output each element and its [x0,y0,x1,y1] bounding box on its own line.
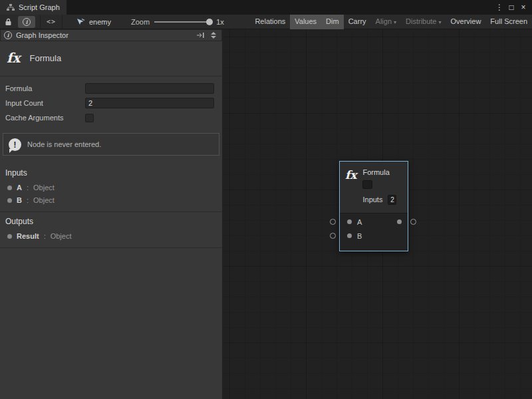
formula-node-icon: fx [345,170,356,205]
formula-node-input-count[interactable]: 2 [388,195,396,205]
tab-bar: Script Graph ⋮ □ × [0,0,532,15]
dock-panel-icon[interactable] [196,32,205,39]
formula-node-inputs-row: Inputs 2 [362,194,396,205]
input-count-label: Input Count [5,99,85,107]
toolbar-button-values[interactable]: Values [290,15,321,29]
window-maximize-icon[interactable]: □ [506,1,517,14]
inspector-node-title: Formula [30,53,62,63]
graph-canvas[interactable]: fx Formula Inputs 2 A [223,29,532,399]
toolbar-button-overview[interactable]: Overview [446,15,486,29]
graph-inspector-panel: i Graph Inspector fx Formula Formula I [0,29,223,399]
scroll-up-icon[interactable] [211,32,216,35]
toolbar-button-carry[interactable]: Carry [344,15,371,29]
tab-title: Script Graph [19,3,60,11]
input-count-field-row: Input Count [5,97,214,109]
input-count-input[interactable] [85,98,214,108]
formula-node[interactable]: fx Formula Inputs 2 A [339,161,408,251]
warning-text: Node is never entered. [27,140,101,148]
window-close-icon[interactable]: × [518,1,529,14]
formula-type-icon: fx [7,50,21,66]
code-icon: <> [47,18,56,25]
inspector-toggle-button[interactable]: i [18,16,35,28]
port-type: Object [33,196,55,204]
node-port-row-b: B [340,229,408,243]
external-port-b[interactable] [330,233,336,239]
external-port-result[interactable] [410,219,416,225]
port-dot-icon [7,186,12,190]
lock-icon [5,18,12,26]
toolbar-separator [40,15,41,29]
port-separator: : [27,196,29,204]
formula-field-input[interactable] [85,83,214,94]
port-separator: : [27,184,29,192]
lock-button[interactable] [0,15,16,29]
info-icon: i [4,31,12,39]
toolbar-button-distribute[interactable]: Distribute▾ [401,15,446,29]
port-dot-icon [7,198,12,203]
inspector-header: i Graph Inspector [0,29,222,41]
node-port-row-a: A [340,215,408,229]
graph-pointer-icon [76,18,85,26]
window-menu-icon[interactable]: ⋮ [494,1,505,14]
distribute-label: Distribute [406,17,436,25]
zoom-slider[interactable] [154,18,211,26]
chevron-down-icon: ▾ [439,19,442,25]
port-name: A [17,184,22,192]
align-label: Align [376,17,392,25]
tab-script-graph[interactable]: Script Graph [0,0,66,15]
warning-icon: ! [9,138,21,151]
toolbar-button-align[interactable]: Align▾ [371,15,401,29]
formula-node-formula-input[interactable] [362,180,372,189]
formula-node-body: A B [340,213,408,251]
port-dot-icon [7,234,12,239]
port-name: B [17,196,22,204]
toolbar-separator [62,15,63,29]
zoom-slider-track [154,21,209,23]
formula-field-label: Formula [5,84,85,92]
port-type: Object [51,232,72,240]
toolbar-button-relations[interactable]: Relations [250,15,290,29]
cache-arguments-checkbox[interactable] [85,114,94,122]
port-b-label: B [357,232,362,240]
formula-node-title: Formula [362,168,396,177]
node-header: fx Formula [0,41,222,76]
graph-name-label: enemy [89,18,111,26]
port-b-dot[interactable] [347,233,352,238]
port-a-dot[interactable] [347,219,352,224]
code-view-button[interactable]: <> [43,15,59,29]
toolbar-button-dim[interactable]: Dim [321,15,344,29]
port-type: Object [33,184,55,192]
port-a-label: A [357,218,362,226]
inspector-title: Graph Inspector [16,31,68,39]
graph-breadcrumb[interactable]: enemy [76,18,111,26]
scroll-down-icon[interactable] [211,36,216,39]
output-port-row-result: Result : Object [0,230,222,243]
port-name: Result [17,232,39,240]
graph-toolbar: i <> enemy Zoom 1x Relations Values Dim … [0,15,532,29]
toolbar-buttons: Relations Values Dim Carry Align▾ Distri… [250,15,532,29]
zoom-label: Zoom [131,18,150,26]
unity-script-graph-window: Script Graph ⋮ □ × i <> enemy [0,0,532,399]
port-result-dot[interactable] [397,219,402,224]
scroll-arrows[interactable] [209,32,218,39]
divider [0,247,222,248]
script-graph-icon [7,4,15,11]
inputs-heading: Inputs [0,164,222,182]
zoom-value: 1x [216,18,224,26]
formula-node-inputs-label: Inputs [362,196,382,203]
info-icon: i [23,18,31,26]
inspector-fields: Formula Input Count Cache Arguments [0,76,222,128]
outputs-heading: Outputs [0,212,222,230]
formula-node-header: fx Formula Inputs 2 [340,162,408,213]
port-separator: : [44,232,46,240]
external-port-a[interactable] [330,219,336,225]
input-port-row-b: B : Object [0,194,222,207]
zoom-slider-thumb[interactable] [206,19,213,25]
formula-field-row: Formula [5,82,214,94]
cache-arguments-label: Cache Arguments [5,114,85,122]
cache-arguments-row: Cache Arguments [5,112,214,124]
chevron-down-icon: ▾ [394,19,396,25]
warning-box: ! Node is never entered. [3,133,219,156]
input-port-row-a: A : Object [0,182,222,194]
toolbar-button-full-screen[interactable]: Full Screen [485,15,532,29]
